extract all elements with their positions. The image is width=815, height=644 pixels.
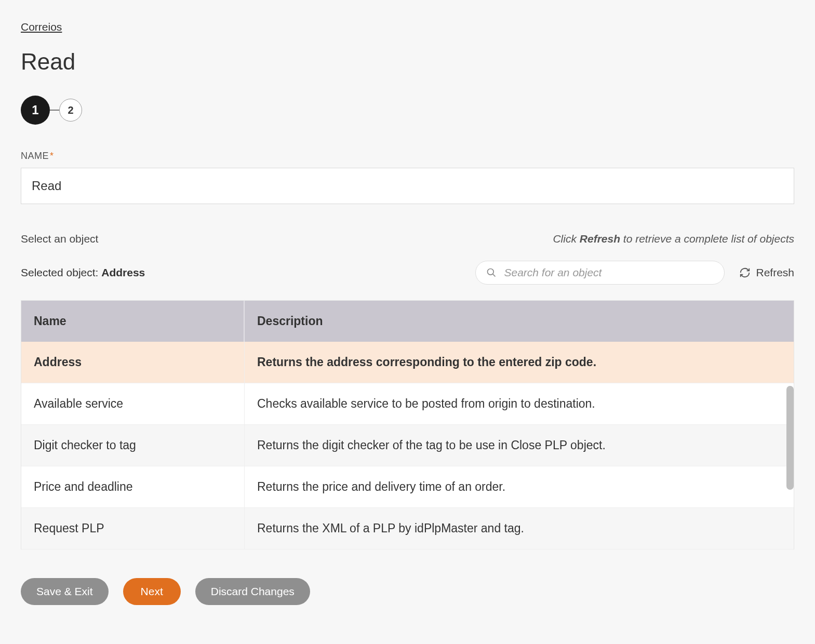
hint-bold: Refresh — [580, 233, 620, 245]
hint-prefix: Click — [553, 233, 579, 245]
name-label-text: NAME — [21, 151, 49, 162]
breadcrumb-parent-link[interactable]: Correios — [21, 21, 62, 33]
footer-buttons: Save & Exit Next Discard Changes — [21, 578, 794, 605]
search-wrap[interactable] — [475, 261, 725, 285]
cell-name: Price and deadline — [21, 466, 245, 508]
search-icon — [486, 267, 497, 278]
cell-description: Returns the address corresponding to the… — [245, 342, 794, 383]
name-input[interactable] — [21, 168, 794, 204]
search-input[interactable] — [504, 266, 714, 279]
cell-description: Returns the digit checker of the tag to … — [245, 425, 794, 466]
col-header-name[interactable]: Name — [21, 301, 245, 342]
table-row[interactable]: AddressReturns the address corresponding… — [21, 342, 794, 383]
table-row[interactable]: Request PLPReturns the XML of a PLP by i… — [21, 508, 794, 549]
breadcrumb: Correios — [21, 21, 794, 33]
required-asterisk: * — [50, 151, 54, 162]
step-2[interactable]: 2 — [59, 99, 82, 122]
select-object-label: Select an object — [21, 233, 98, 245]
selected-object-label: Selected object: Address — [21, 266, 145, 279]
selected-prefix: Selected object: — [21, 266, 101, 278]
step-1[interactable]: 1 — [21, 96, 50, 125]
selected-value: Address — [101, 266, 145, 278]
cell-name: Address — [21, 342, 245, 383]
cell-description: Returns the price and delivery time of a… — [245, 466, 794, 508]
discard-button[interactable]: Discard Changes — [195, 578, 310, 605]
svg-line-1 — [493, 274, 496, 277]
next-button[interactable]: Next — [123, 578, 181, 605]
table-row[interactable]: Price and deadlineReturns the price and … — [21, 466, 794, 508]
objects-table: Name Description AddressReturns the addr… — [21, 301, 794, 549]
svg-point-0 — [488, 269, 494, 275]
name-field-label: NAME * — [21, 151, 794, 162]
refresh-button[interactable]: Refresh — [739, 266, 794, 279]
stepper: 1 2 — [21, 96, 794, 125]
step-connector — [50, 110, 59, 111]
cell-name: Digit checker to tag — [21, 425, 245, 466]
objects-table-shell: Name Description AddressReturns the addr… — [21, 300, 794, 549]
scroll-track — [786, 343, 794, 549]
hint-suffix: to retrieve a complete list of objects — [620, 233, 794, 245]
cell-name: Request PLP — [21, 508, 245, 549]
table-row[interactable]: Available serviceChecks available servic… — [21, 383, 794, 425]
table-row[interactable]: Digit checker to tagReturns the digit ch… — [21, 425, 794, 466]
refresh-label: Refresh — [756, 266, 794, 279]
refresh-hint: Click Refresh to retrieve a complete lis… — [553, 233, 794, 245]
cell-description: Checks available service to be posted fr… — [245, 383, 794, 425]
cell-name: Available service — [21, 383, 245, 425]
col-header-description[interactable]: Description — [245, 301, 794, 342]
refresh-icon — [739, 267, 751, 278]
cell-description: Returns the XML of a PLP by idPlpMaster … — [245, 508, 794, 549]
page-title: Read — [21, 49, 794, 75]
scrollbar-thumb[interactable] — [786, 386, 794, 490]
save-exit-button[interactable]: Save & Exit — [21, 578, 109, 605]
